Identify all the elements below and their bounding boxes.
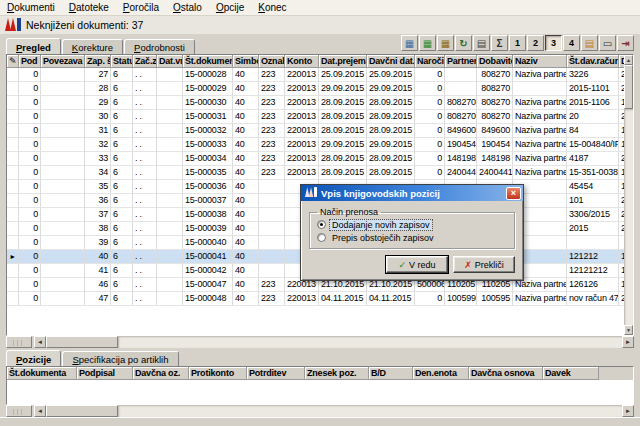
cell-status: 6: [111, 236, 133, 250]
menu-dokumenti[interactable]: Dokumenti: [0, 1, 62, 14]
tab-pregled[interactable]: Pregled: [6, 38, 61, 54]
table-row[interactable]: 0 33 6 . . 15-000034 40 223 220013 28.09…: [7, 152, 633, 166]
cell-simbol: 40: [233, 264, 259, 278]
radio-dodajanje-novih[interactable]: Dodajanje novih zapisov: [317, 218, 507, 231]
sum-icon[interactable]: Σ: [491, 35, 508, 51]
grid-view-icon[interactable]: ▦: [401, 35, 418, 51]
hscroll-thumb[interactable]: [46, 336, 118, 348]
cell-zap-st: 35: [85, 180, 111, 194]
column-header-st-dokumenta[interactable]: Št.dokumenta▲: [183, 55, 233, 68]
nacin-prenosa-group: Način prenosa Dodajanje novih zapisov Pr…: [309, 207, 515, 249]
column-header-den-enota[interactable]: Den.enota: [413, 367, 469, 380]
column-header-povezava-kp[interactable]: Povezava KP: [41, 55, 85, 68]
tab-korekture[interactable]: Korekture: [62, 39, 123, 54]
menu-opcije[interactable]: Opcije: [209, 1, 251, 14]
column-header-konto[interactable]: Konto: [285, 55, 319, 68]
column-header-status[interactable]: Status: [111, 55, 133, 68]
cell-zac-zav: . .: [133, 152, 157, 166]
column-header-oznaka[interactable]: Oznaka: [259, 55, 285, 68]
scroll-up-icon[interactable]: ▲: [624, 55, 633, 65]
scroll-left-icon[interactable]: ◄: [34, 336, 46, 348]
view-3-button[interactable]: 3: [545, 35, 562, 51]
table-row[interactable]: 0 32 6 . . 15-000033 40 223 220013 29.09…: [7, 138, 633, 152]
vertical-scrollbar[interactable]: ▲ ▼: [624, 55, 633, 335]
cell-pod: 0: [19, 250, 41, 264]
column-header-simbol[interactable]: Simbol: [233, 55, 259, 68]
cell-simbol: 40: [233, 96, 259, 110]
column-header-dobavitelj[interactable]: Dobavitelj: [477, 55, 513, 68]
cell-dobavitelj: 849600: [477, 124, 513, 138]
tabs-and-toolbar-row: Pregled Korekture Podrobnosti ▦ ▦ ▦ ↻ ▤ …: [0, 34, 640, 54]
column-header-potrditev[interactable]: Potrditev: [247, 367, 305, 380]
column-header-partner[interactable]: Partner: [445, 55, 477, 68]
cell-pod: 0: [19, 124, 41, 138]
monitor-icon[interactable]: ▭: [599, 35, 616, 51]
column-header-edit[interactable]: ✎: [7, 55, 19, 68]
scroll-right-icon[interactable]: ►: [622, 336, 634, 348]
table-row[interactable]: 0 29 6 . . 15-000030 40 223 220013 28.09…: [7, 96, 633, 110]
scroll-right-icon[interactable]: ►: [622, 405, 634, 417]
hscroll-track[interactable]: [118, 336, 622, 348]
column-header-st-dokumenta-bottom[interactable]: Št.dokumenta: [7, 367, 77, 380]
column-header-znesek-poz[interactable]: Znesek poz.: [305, 367, 369, 380]
column-header-zac-zav[interactable]: Zač.zav.: [133, 55, 157, 68]
row-marker: [7, 152, 19, 166]
column-header-dat-vnritve[interactable]: Dat.vnritve: [157, 55, 183, 68]
menu-datoteke[interactable]: Datoteke: [62, 1, 116, 14]
cell-st-dokumenta: 15-000036: [183, 180, 233, 194]
column-header-naziv[interactable]: Naziv: [513, 55, 567, 68]
table-row[interactable]: 0 31 6 . . 15-000032 40 223 220013 28.09…: [7, 124, 633, 138]
view-4-button[interactable]: 4: [563, 35, 580, 51]
table-row[interactable]: 0 34 6 . . 15-000035 40 223 220013 28.09…: [7, 166, 633, 180]
column-header-narocilo[interactable]: Naročilo: [415, 55, 445, 68]
view-2-button[interactable]: 2: [527, 35, 544, 51]
cell-povezava-kp: [41, 208, 85, 222]
vertical-scroll-thumb[interactable]: [624, 65, 633, 109]
cell-status: 6: [111, 180, 133, 194]
grid-export-icon[interactable]: ▦: [419, 35, 436, 51]
menu-porocila[interactable]: Poročila: [116, 1, 166, 14]
column-header-davcni-dat[interactable]: Davčni dat.: [367, 55, 415, 68]
tab-pozicije[interactable]: Pozicije: [6, 350, 61, 366]
column-header-davcna-osnova[interactable]: Davčna osnova: [469, 367, 543, 380]
grid-copy-icon[interactable]: ▦: [437, 35, 454, 51]
column-header-st-dav-racuna[interactable]: Št.dav.računa: [567, 55, 619, 68]
column-header-davek[interactable]: Davek: [543, 367, 599, 380]
column-header-podpisal[interactable]: Podpisal: [77, 367, 133, 380]
column-header-davcna-oz[interactable]: Davčna oz.: [133, 367, 189, 380]
scroll-left-icon[interactable]: ◄: [34, 405, 46, 417]
table-row[interactable]: 0 30 6 . . 15-000031 40 223 220013 28.09…: [7, 110, 633, 124]
menu-ostalo[interactable]: Ostalo: [166, 1, 209, 14]
radio-prepis-obstojecih[interactable]: Prepis obstoječih zapisov: [317, 231, 507, 244]
scroll-down-icon[interactable]: ▼: [624, 325, 633, 335]
archive-icon[interactable]: ▤: [581, 35, 598, 51]
table-row[interactable]: 0 47 6 . . 15-000048 40 223 220013 04.11…: [7, 292, 633, 306]
cell-pod: 0: [19, 110, 41, 124]
scrollbar-grip-box[interactable]: [6, 336, 32, 348]
view-1-button[interactable]: 1: [509, 35, 526, 51]
tab-specifikacija[interactable]: Specifikacija po artiklih: [62, 351, 178, 366]
scrollbar-grip-box[interactable]: [6, 405, 32, 417]
tab-podrobnosti[interactable]: Podrobnosti: [124, 39, 195, 54]
column-header-zap-st[interactable]: Zap. št.: [85, 55, 111, 68]
ok-button[interactable]: ✓ V redu: [386, 256, 448, 273]
vertical-scroll-track[interactable]: [624, 109, 633, 325]
cell-status: 6: [111, 82, 133, 96]
hscroll-thumb[interactable]: [46, 405, 118, 417]
column-header-dat-prejema[interactable]: Dat.prejema: [319, 55, 367, 68]
table-row[interactable]: 0 27 6 . . 15-000028 40 223 220013 25.09…: [7, 68, 633, 82]
exit-door-icon[interactable]: ⇥: [617, 35, 634, 51]
dialog-titlebar[interactable]: Vpis knjigovodskih pozicij ×: [301, 185, 523, 201]
column-header-pod[interactable]: Pod: [19, 55, 41, 68]
column-header-protikonto[interactable]: Protikonto: [189, 367, 247, 380]
column-header-bd[interactable]: B/D: [369, 367, 413, 380]
menu-konec[interactable]: Konec: [251, 1, 293, 14]
refresh-icon[interactable]: ↻: [455, 35, 472, 51]
row-marker: [7, 138, 19, 152]
cancel-button[interactable]: ✗ Prekliči: [453, 256, 515, 273]
hscroll-track[interactable]: [118, 405, 622, 417]
cell-dat-vnritve: [157, 152, 183, 166]
close-button[interactable]: ×: [506, 187, 521, 200]
table-row[interactable]: 0 28 6 . . 15-000029 40 223 220013 29.09…: [7, 82, 633, 96]
print-icon[interactable]: ▤: [473, 35, 490, 51]
